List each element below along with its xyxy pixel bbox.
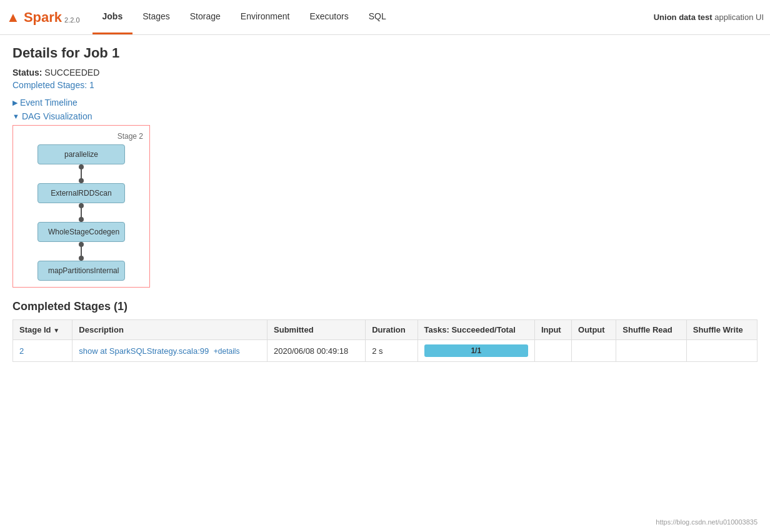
dag-node-parallelize: parallelize	[38, 144, 125, 164]
table-row: 2 show at SparkSQLStrategy.scala:99 +det…	[13, 340, 758, 362]
top-nav: ▲ Spark 2.2.0 Jobs Stages Storage Enviro…	[0, 0, 770, 35]
dag-toggle[interactable]: ▼ DAG Visualization	[12, 111, 758, 121]
nav-jobs[interactable]: Jobs	[92, 0, 133, 34]
dag-node-externalrddscan: ExternalRDDScan	[38, 183, 125, 203]
cell-output	[572, 340, 616, 362]
nav-storage[interactable]: Storage	[180, 0, 231, 34]
status-value: SUCCEEDED	[44, 68, 99, 78]
nav-executors[interactable]: Executors	[299, 0, 358, 34]
dag-node-mappartitions: mapPartitionsInternal	[38, 261, 125, 281]
event-timeline-label: Event Timeline	[20, 98, 78, 108]
app-title: Union data test application UI	[654, 13, 764, 22]
cell-duration: 2 s	[366, 340, 418, 362]
nav-bar: Jobs Stages Storage Environment Executor…	[92, 0, 396, 34]
col-stage-id[interactable]: Stage Id ▼	[13, 320, 72, 340]
cell-description: show at SparkSQLStrategy.scala:99 +detai…	[72, 340, 268, 362]
main-content: Details for Job 1 Status: SUCCEEDED Comp…	[0, 35, 770, 372]
table-header-row: Stage Id ▼ Description Submitted Duratio…	[13, 320, 758, 340]
tasks-progress-bar: 1/1	[424, 344, 528, 357]
nav-environment[interactable]: Environment	[231, 0, 300, 34]
status-line: Status: SUCCEEDED	[12, 68, 758, 78]
stage-id-link[interactable]: 2	[19, 346, 24, 356]
spark-logo-text: ▲ Spark	[6, 9, 62, 26]
spark-version: 2.2.0	[64, 16, 79, 24]
col-description: Description	[72, 320, 268, 340]
dag-node-wholestagegen: WholeStageCodegen	[38, 222, 125, 242]
description-link[interactable]: show at SparkSQLStrategy.scala:99	[79, 346, 209, 356]
status-label: Status:	[12, 68, 42, 78]
col-input: Input	[534, 320, 571, 340]
completed-stages-title: Completed Stages (1)	[12, 300, 758, 313]
cell-shuffle-write	[686, 340, 757, 362]
cell-tasks: 1/1	[418, 340, 534, 362]
col-shuffle-write: Shuffle Write	[686, 320, 757, 340]
col-submitted: Submitted	[268, 320, 366, 340]
spark-logo: ▲ Spark 2.2.0	[6, 9, 80, 26]
nav-stages[interactable]: Stages	[132, 0, 180, 34]
dag-connector-1	[81, 164, 82, 183]
cell-input	[534, 340, 571, 362]
col-shuffle-read: Shuffle Read	[616, 320, 687, 340]
dag-container: Stage 2 parallelize ExternalRDDScan Whol…	[12, 125, 150, 288]
event-timeline-toggle[interactable]: ▶ Event Timeline	[12, 98, 758, 108]
col-tasks: Tasks: Succeeded/Total	[418, 320, 534, 340]
cell-shuffle-read	[616, 340, 687, 362]
completed-stages-table: Stage Id ▼ Description Submitted Duratio…	[12, 319, 758, 362]
dag-label: DAG Visualization	[22, 111, 92, 121]
details-link[interactable]: +details	[214, 347, 240, 356]
dag-connector-3	[81, 242, 82, 261]
cell-stage-id: 2	[13, 340, 72, 362]
nav-sql[interactable]: SQL	[359, 0, 396, 34]
tasks-progress-fill: 1/1	[424, 344, 528, 357]
cell-submitted: 2020/06/08 00:49:18	[268, 340, 366, 362]
event-timeline-arrow: ▶	[12, 99, 18, 107]
stage-label: Stage 2	[19, 132, 143, 141]
completed-stages-link[interactable]: Completed Stages: 1	[12, 80, 94, 90]
col-output: Output	[572, 320, 616, 340]
dag-connector-2	[81, 203, 82, 222]
dag-arrow: ▼	[12, 113, 19, 120]
dag-nodes: parallelize ExternalRDDScan WholeStageCo…	[19, 144, 143, 281]
page-title: Details for Job 1	[12, 45, 758, 61]
col-duration: Duration	[366, 320, 418, 340]
sort-arrow-stage-id: ▼	[53, 327, 59, 334]
